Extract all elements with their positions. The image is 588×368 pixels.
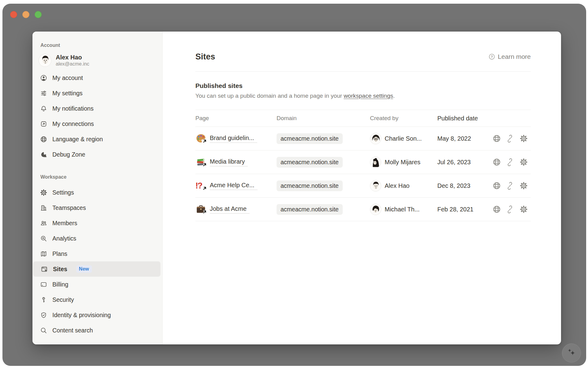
account-meta: Alex Hao alex@acme.inc: [56, 54, 89, 67]
sidebar-item-my-connections[interactable]: My connections: [32, 116, 162, 131]
description-text: You can set up a public domain and a hom…: [195, 93, 344, 99]
column-header-domain: Domain: [277, 115, 370, 122]
external-arrow-icon: [202, 138, 207, 145]
main-header: Sites ? Learn more: [195, 51, 531, 62]
sidebar-item-my-notifications[interactable]: My notifications: [32, 101, 162, 116]
briefcase-icon: [195, 204, 206, 215]
workspace-section-label: Workspace: [40, 174, 162, 180]
people-icon: [40, 219, 47, 227]
created-by-name: Michael Th...: [385, 206, 420, 213]
sidebar-item-security[interactable]: Security: [32, 292, 162, 307]
zoom-button[interactable]: [35, 11, 42, 18]
sidebar-item-label: My notifications: [52, 105, 93, 112]
table-header-row: Page Domain Created by Published date: [195, 110, 531, 127]
published-date: Feb 28, 2021: [437, 206, 489, 213]
settings-dialog: Account Alex Hao alex@acme.inc My accoun…: [32, 32, 561, 344]
palette-icon: [195, 133, 206, 144]
sidebar-item-label: My account: [52, 74, 83, 82]
building-icon: [40, 204, 47, 211]
workspace-settings-link[interactable]: workspace settings: [344, 93, 393, 99]
table-row: Media library acmeacme.notion.site Molly…: [195, 150, 531, 174]
sidebar-item-my-settings[interactable]: My settings: [32, 85, 162, 101]
settings-sidebar: Account Alex Hao alex@acme.inc My accoun…: [32, 32, 163, 344]
globe-icon[interactable]: [493, 135, 501, 142]
sidebar-item-label: Debug Zone: [52, 151, 85, 158]
published-date: Dec 8, 2023: [437, 182, 489, 189]
sidebar-item-settings[interactable]: Settings: [32, 185, 162, 200]
debug-shapes-icon: [40, 151, 47, 158]
sidebar-item-label: Sites: [53, 266, 67, 273]
page-link[interactable]: Brand guidelin...: [210, 135, 257, 143]
browser-cursor-icon: [40, 265, 48, 273]
page-link[interactable]: Acme Help Ce...: [210, 182, 258, 190]
globe-icon[interactable]: [493, 182, 501, 190]
map-icon: [40, 250, 47, 257]
gear-icon[interactable]: [520, 135, 528, 142]
link-icon[interactable]: [506, 205, 514, 213]
sidebar-item-debug-zone[interactable]: Debug Zone: [32, 147, 162, 162]
minimize-button[interactable]: [22, 11, 29, 18]
account-email: alex@acme.inc: [56, 61, 89, 67]
sidebar-item-label: Analytics: [52, 235, 76, 242]
sidebar-item-identity-provisioning[interactable]: Identity & provisioning: [32, 307, 162, 323]
row-actions: [493, 135, 528, 142]
globe-icon: [40, 135, 47, 143]
sidebar-item-teamspaces[interactable]: Teamspaces: [32, 200, 162, 215]
external-arrow-icon: [202, 209, 207, 216]
shield-check-icon: [40, 311, 47, 319]
page-link[interactable]: Media library: [210, 158, 248, 166]
sidebar-item-my-account[interactable]: My account: [32, 70, 162, 85]
table-row: !? Acme Help Ce... acmeacme.notion.site …: [195, 174, 531, 198]
page-link[interactable]: Jobs at Acme: [210, 205, 250, 214]
sidebar-item-label: Language & region: [52, 136, 103, 143]
sidebar-item-label: My settings: [52, 90, 83, 97]
globe-icon[interactable]: [493, 158, 501, 166]
close-button[interactable]: [10, 11, 17, 18]
sidebar-item-language-region[interactable]: Language & region: [32, 131, 162, 147]
sidebar-item-label: Content search: [52, 327, 93, 334]
sidebar-item-analytics[interactable]: Analytics: [32, 231, 162, 246]
link-icon[interactable]: [506, 182, 514, 190]
external-arrow-icon: [202, 162, 207, 169]
link-icon[interactable]: [506, 135, 514, 142]
alex-avatar: [370, 180, 381, 192]
published-sites-description: You can set up a public domain and a hom…: [195, 92, 531, 100]
domain-pill: acmeacme.notion.site: [277, 180, 343, 191]
row-actions: [493, 205, 528, 213]
mac-window-backdrop: Account Alex Hao alex@acme.inc My accoun…: [2, 4, 586, 366]
account-name: Alex Hao: [56, 54, 89, 61]
ai-assistant-button[interactable]: [562, 343, 581, 362]
new-badge: New: [76, 265, 92, 273]
magnifier-icon: [40, 327, 47, 334]
arrow-up-right-square-icon: [40, 120, 47, 127]
globe-icon[interactable]: [493, 205, 501, 213]
sidebar-item-label: Teamspaces: [52, 204, 86, 211]
account-profile[interactable]: Alex Hao alex@acme.inc: [32, 51, 162, 70]
sidebar-item-billing[interactable]: Billing: [32, 277, 162, 292]
gear-icon[interactable]: [520, 182, 528, 190]
sidebar-item-members[interactable]: Members: [32, 215, 162, 231]
sidebar-item-label: Members: [52, 220, 77, 227]
person-circle-icon: [40, 74, 47, 82]
gear-icon[interactable]: [520, 158, 528, 166]
question-circle-icon: ?: [488, 53, 495, 60]
link-icon[interactable]: [506, 158, 514, 166]
learn-more-label: Learn more: [498, 53, 531, 60]
svg-text:?: ?: [491, 55, 493, 59]
sidebar-item-content-search[interactable]: Content search: [32, 323, 162, 338]
created-by-name: Alex Hao: [385, 182, 409, 189]
created-by-name: Charlie Son...: [385, 135, 422, 142]
alex-avatar: [39, 54, 51, 67]
gear-icon[interactable]: [520, 205, 528, 213]
books-icon: [195, 157, 206, 168]
published-date: Jul 26, 2023: [437, 159, 489, 166]
charlie-avatar: [370, 133, 381, 144]
sidebar-item-sites[interactable]: Sites New: [33, 261, 160, 277]
bell-icon: [40, 105, 47, 112]
row-actions: [493, 182, 528, 190]
michael-avatar: [370, 204, 381, 215]
learn-more-link[interactable]: ? Learn more: [488, 53, 531, 60]
sidebar-item-plans[interactable]: Plans: [32, 246, 162, 261]
domain-pill: acmeacme.notion.site: [277, 157, 343, 168]
molly-avatar: [370, 157, 381, 168]
